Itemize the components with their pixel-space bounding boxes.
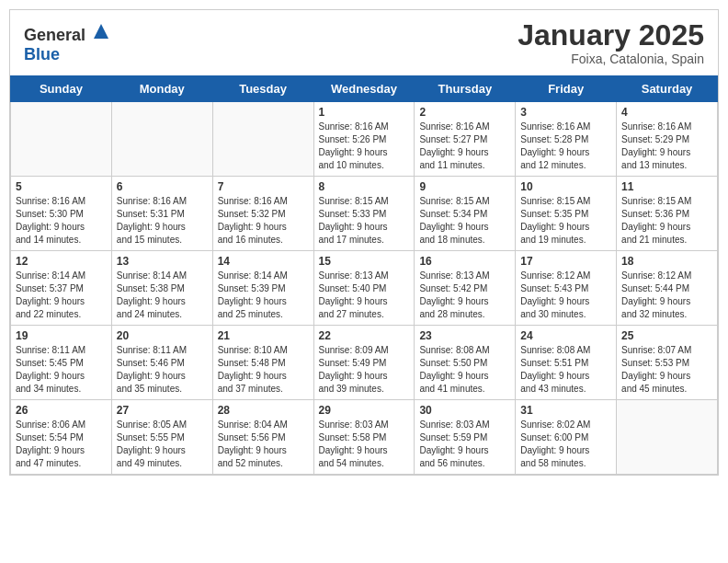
calendar-cell: 4Sunrise: 8:16 AMSunset: 5:29 PMDaylight… [617, 102, 718, 177]
day-number: 22 [319, 329, 410, 342]
weekday-header: Wednesday [313, 76, 415, 102]
day-info: Sunrise: 8:04 AMSunset: 5:56 PMDaylight:… [218, 419, 309, 470]
weekday-header: Friday [516, 76, 617, 102]
day-number: 8 [319, 180, 410, 193]
calendar-cell: 22Sunrise: 8:09 AMSunset: 5:49 PMDayligh… [313, 326, 415, 400]
calendar-cell: 7Sunrise: 8:16 AMSunset: 5:32 PMDaylight… [212, 177, 313, 251]
day-info: Sunrise: 8:15 AMSunset: 5:35 PMDaylight:… [520, 195, 611, 247]
weekday-header: Tuesday [212, 76, 313, 102]
calendar-week-row: 12Sunrise: 8:14 AMSunset: 5:37 PMDayligh… [11, 251, 718, 326]
calendar-week-row: 19Sunrise: 8:11 AMSunset: 5:45 PMDayligh… [11, 326, 718, 400]
header: General Blue January 2025 Foixa, Catalon… [10, 10, 718, 71]
day-info: Sunrise: 8:05 AMSunset: 5:55 PMDaylight:… [117, 419, 208, 470]
day-info: Sunrise: 8:14 AMSunset: 5:37 PMDaylight:… [16, 270, 107, 321]
day-number: 26 [16, 404, 107, 417]
calendar-cell: 28Sunrise: 8:04 AMSunset: 5:56 PMDayligh… [212, 400, 313, 475]
day-info: Sunrise: 8:12 AMSunset: 5:43 PMDaylight:… [520, 270, 611, 321]
calendar-cell: 12Sunrise: 8:14 AMSunset: 5:37 PMDayligh… [11, 251, 112, 326]
day-number: 23 [419, 329, 510, 342]
calendar-week-row: 1Sunrise: 8:16 AMSunset: 5:26 PMDaylight… [11, 102, 718, 177]
day-info: Sunrise: 8:03 AMSunset: 5:58 PMDaylight:… [319, 419, 410, 470]
day-number: 31 [520, 404, 611, 417]
day-number: 25 [621, 329, 712, 342]
day-info: Sunrise: 8:16 AMSunset: 5:27 PMDaylight:… [419, 121, 510, 172]
day-info: Sunrise: 8:03 AMSunset: 5:59 PMDaylight:… [419, 419, 510, 470]
day-info: Sunrise: 8:16 AMSunset: 5:30 PMDaylight:… [16, 195, 107, 247]
day-info: Sunrise: 8:15 AMSunset: 5:36 PMDaylight:… [621, 195, 712, 247]
calendar-cell: 3Sunrise: 8:16 AMSunset: 5:28 PMDaylight… [516, 102, 617, 177]
day-number: 2 [419, 106, 510, 119]
day-number: 1 [319, 106, 410, 119]
day-number: 10 [520, 180, 611, 193]
day-number: 13 [117, 255, 208, 268]
day-number: 15 [319, 255, 410, 268]
day-number: 29 [319, 404, 410, 417]
calendar-cell: 6Sunrise: 8:16 AMSunset: 5:31 PMDaylight… [111, 177, 212, 251]
day-number: 4 [621, 106, 712, 119]
calendar-cell: 29Sunrise: 8:03 AMSunset: 5:58 PMDayligh… [313, 400, 415, 475]
day-number: 17 [520, 255, 611, 268]
day-number: 27 [117, 404, 208, 417]
day-number: 9 [419, 180, 510, 193]
month-title: January 2025 [518, 19, 704, 52]
weekday-header: Monday [111, 76, 212, 102]
calendar-table: SundayMondayTuesdayWednesdayThursdayFrid… [10, 75, 718, 475]
calendar-cell: 11Sunrise: 8:15 AMSunset: 5:36 PMDayligh… [617, 177, 718, 251]
day-info: Sunrise: 8:13 AMSunset: 5:40 PMDaylight:… [319, 270, 410, 321]
calendar-week-row: 26Sunrise: 8:06 AMSunset: 5:54 PMDayligh… [11, 400, 718, 475]
calendar-cell: 8Sunrise: 8:15 AMSunset: 5:33 PMDaylight… [313, 177, 415, 251]
day-info: Sunrise: 8:14 AMSunset: 5:38 PMDaylight:… [117, 270, 208, 321]
day-number: 6 [117, 180, 208, 193]
day-number: 18 [621, 255, 712, 268]
day-number: 21 [218, 329, 309, 342]
day-info: Sunrise: 8:15 AMSunset: 5:34 PMDaylight:… [419, 195, 510, 247]
calendar-page: General Blue January 2025 Foixa, Catalon… [9, 9, 719, 476]
day-number: 30 [419, 404, 510, 417]
day-info: Sunrise: 8:07 AMSunset: 5:53 PMDaylight:… [621, 344, 712, 396]
calendar-cell [111, 102, 212, 177]
day-number: 24 [520, 329, 611, 342]
calendar-cell: 13Sunrise: 8:14 AMSunset: 5:38 PMDayligh… [111, 251, 212, 326]
day-info: Sunrise: 8:02 AMSunset: 6:00 PMDaylight:… [520, 419, 611, 470]
day-number: 16 [419, 255, 510, 268]
calendar-cell [11, 102, 112, 177]
calendar-cell: 5Sunrise: 8:16 AMSunset: 5:30 PMDaylight… [11, 177, 112, 251]
calendar-cell: 19Sunrise: 8:11 AMSunset: 5:45 PMDayligh… [11, 326, 112, 400]
day-info: Sunrise: 8:15 AMSunset: 5:33 PMDaylight:… [319, 195, 410, 247]
calendar-cell: 15Sunrise: 8:13 AMSunset: 5:40 PMDayligh… [313, 251, 415, 326]
day-info: Sunrise: 8:06 AMSunset: 5:54 PMDaylight:… [16, 419, 107, 470]
day-number: 20 [117, 329, 208, 342]
calendar-cell [212, 102, 313, 177]
calendar-cell: 24Sunrise: 8:08 AMSunset: 5:51 PMDayligh… [516, 326, 617, 400]
weekday-header: Sunday [11, 76, 112, 102]
calendar-week-row: 5Sunrise: 8:16 AMSunset: 5:30 PMDaylight… [11, 177, 718, 251]
day-number: 7 [218, 180, 309, 193]
weekday-header-row: SundayMondayTuesdayWednesdayThursdayFrid… [11, 76, 718, 102]
calendar-cell: 26Sunrise: 8:06 AMSunset: 5:54 PMDayligh… [11, 400, 112, 475]
day-info: Sunrise: 8:08 AMSunset: 5:50 PMDaylight:… [419, 344, 510, 396]
calendar-cell: 17Sunrise: 8:12 AMSunset: 5:43 PMDayligh… [516, 251, 617, 326]
location-title: Foixa, Catalonia, Spain [518, 52, 704, 66]
day-info: Sunrise: 8:16 AMSunset: 5:32 PMDaylight:… [218, 195, 309, 247]
calendar-cell: 16Sunrise: 8:13 AMSunset: 5:42 PMDayligh… [415, 251, 516, 326]
logo-icon [92, 22, 110, 40]
calendar-cell: 10Sunrise: 8:15 AMSunset: 5:35 PMDayligh… [516, 177, 617, 251]
day-info: Sunrise: 8:10 AMSunset: 5:48 PMDaylight:… [218, 344, 309, 396]
calendar-cell: 25Sunrise: 8:07 AMSunset: 5:53 PMDayligh… [617, 326, 718, 400]
logo-text: General Blue [24, 22, 110, 64]
calendar-cell: 18Sunrise: 8:12 AMSunset: 5:44 PMDayligh… [617, 251, 718, 326]
calendar-cell: 21Sunrise: 8:10 AMSunset: 5:48 PMDayligh… [212, 326, 313, 400]
weekday-header: Thursday [415, 76, 516, 102]
day-info: Sunrise: 8:16 AMSunset: 5:29 PMDaylight:… [621, 121, 712, 172]
day-info: Sunrise: 8:16 AMSunset: 5:26 PMDaylight:… [319, 121, 410, 172]
day-info: Sunrise: 8:16 AMSunset: 5:28 PMDaylight:… [520, 121, 611, 172]
svg-marker-0 [94, 24, 108, 39]
day-number: 12 [16, 255, 107, 268]
logo: General Blue [24, 22, 110, 64]
calendar-cell: 1Sunrise: 8:16 AMSunset: 5:26 PMDaylight… [313, 102, 415, 177]
calendar-cell [617, 400, 718, 475]
title-area: January 2025 Foixa, Catalonia, Spain [518, 19, 704, 66]
calendar-cell: 30Sunrise: 8:03 AMSunset: 5:59 PMDayligh… [415, 400, 516, 475]
calendar-cell: 23Sunrise: 8:08 AMSunset: 5:50 PMDayligh… [415, 326, 516, 400]
day-info: Sunrise: 8:16 AMSunset: 5:31 PMDaylight:… [117, 195, 208, 247]
